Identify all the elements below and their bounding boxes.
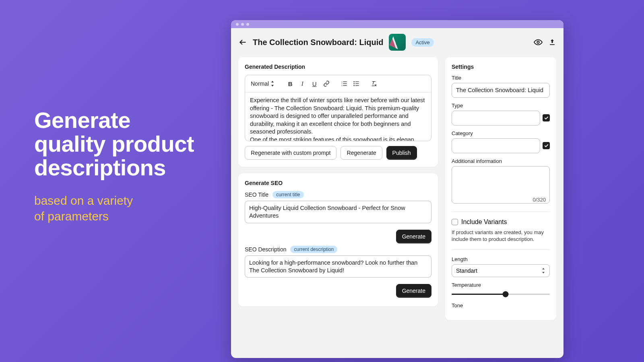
chevron-updown-icon — [541, 268, 545, 274]
card-title: Generated Description — [245, 64, 431, 70]
status-badge: Active — [411, 38, 433, 47]
additional-info-label: Additional information — [452, 158, 550, 164]
category-label: Category — [452, 130, 550, 136]
regenerate-button[interactable]: Regenerate — [341, 146, 382, 160]
marketing-headline: Generate quality product descriptions — [34, 109, 219, 179]
marketing-copy: Generate quality product descriptions ba… — [34, 109, 219, 224]
temperature-label: Temperature — [452, 282, 550, 288]
include-variants-label: Include Variants — [461, 218, 507, 226]
bullet-list-icon[interactable] — [351, 78, 361, 89]
page-header: The Collection Snowboard: Liquid Active — [238, 34, 556, 51]
generate-seo-card: Generate SEO SEO Title current title Gen… — [238, 173, 438, 306]
type-label: Type — [452, 103, 550, 109]
svg-point-1 — [537, 41, 539, 43]
underline-icon[interactable]: U — [309, 78, 320, 89]
seo-description-input[interactable] — [245, 255, 431, 278]
page-title: The Collection Snowboard: Liquid — [253, 38, 383, 47]
svg-point-9 — [353, 83, 355, 84]
settings-card: Settings Title Type Category — [445, 57, 556, 320]
svg-rect-11 — [355, 82, 359, 82]
title-label: Title — [452, 75, 550, 81]
svg-point-10 — [353, 85, 355, 86]
product-thumbnail[interactable] — [389, 34, 406, 51]
bold-icon[interactable]: B — [285, 78, 295, 89]
back-arrow-icon[interactable] — [238, 38, 247, 47]
window-titlebar — [231, 20, 564, 28]
svg-rect-3 — [343, 83, 347, 84]
category-check-icon[interactable] — [543, 142, 550, 149]
generate-seo-title-button[interactable]: Generate — [396, 230, 431, 243]
card-title: Generate SEO — [245, 180, 431, 186]
temperature-slider[interactable] — [452, 290, 550, 298]
preview-icon[interactable] — [534, 38, 543, 47]
clear-format-icon[interactable] — [369, 78, 379, 89]
link-icon[interactable] — [321, 78, 332, 89]
format-selector[interactable]: Normal — [249, 80, 276, 88]
traffic-light-min[interactable] — [241, 23, 244, 26]
checkbox-icon — [452, 219, 458, 225]
generated-description-card: Generated Description Normal B I U — [238, 57, 438, 167]
traffic-light-max[interactable] — [246, 23, 249, 26]
regenerate-custom-button[interactable]: Regenerate with custom prompt — [245, 146, 336, 160]
include-variants-checkbox[interactable]: Include Variants — [452, 218, 550, 226]
ordered-list-icon[interactable]: 123 — [339, 78, 349, 89]
generate-seo-description-button[interactable]: Generate — [396, 284, 431, 298]
italic-icon[interactable]: I — [297, 78, 308, 89]
variants-hint: If product variants are created, you may… — [452, 229, 550, 243]
svg-rect-4 — [343, 85, 347, 86]
type-input[interactable] — [452, 111, 540, 125]
title-input[interactable] — [452, 83, 550, 98]
rich-text-editor: Normal B I U 123 — [245, 75, 431, 141]
card-title: Settings — [452, 64, 550, 70]
length-label: Length — [452, 256, 550, 262]
marketing-subline: based on a variety of parameters — [34, 193, 219, 224]
svg-rect-2 — [343, 82, 347, 82]
seo-title-input[interactable] — [245, 201, 431, 223]
seo-description-chip: current description — [290, 246, 337, 253]
svg-rect-12 — [355, 83, 359, 84]
seo-title-chip: current title — [272, 191, 303, 198]
tone-label: Tone — [452, 302, 550, 309]
svg-text:3: 3 — [341, 84, 343, 86]
divider — [452, 249, 550, 250]
type-check-icon[interactable] — [543, 114, 550, 121]
traffic-light-close[interactable] — [236, 23, 239, 26]
publish-button[interactable]: Publish — [386, 146, 417, 160]
seo-title-label: SEO Title — [245, 191, 268, 198]
description-textarea[interactable]: Experience the thrill of winter sports l… — [245, 93, 431, 141]
length-select[interactable]: Standart — [452, 264, 550, 277]
divider — [452, 212, 550, 212]
share-icon[interactable] — [548, 38, 556, 46]
category-input[interactable] — [452, 138, 540, 153]
svg-point-8 — [353, 81, 355, 82]
seo-description-label: SEO Description — [245, 246, 286, 253]
app-window: The Collection Snowboard: Liquid Active … — [231, 20, 564, 358]
char-counter: 0/320 — [533, 197, 546, 203]
editor-toolbar: Normal B I U 123 — [245, 75, 431, 93]
svg-rect-13 — [355, 85, 359, 86]
